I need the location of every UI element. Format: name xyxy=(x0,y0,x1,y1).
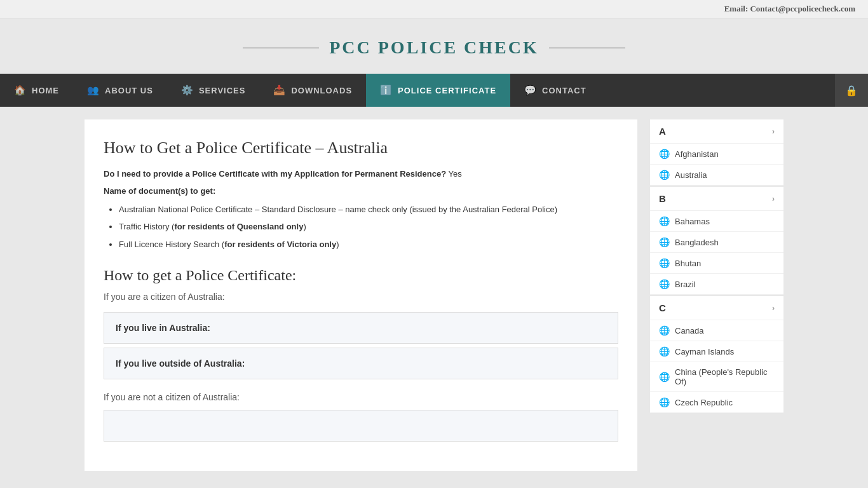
blog-button[interactable]: 🔒 xyxy=(835,74,868,107)
main-content: How to Get a Police Certificate – Austra… xyxy=(85,119,637,471)
sidebar-letter-c[interactable]: C › xyxy=(650,296,783,320)
sidebar-country-canada[interactable]: 🌐 Canada xyxy=(650,320,783,341)
nav-downloads-label: DOWNLOADS xyxy=(291,86,352,95)
country-bhutan: Bhutan xyxy=(675,259,701,268)
chevron-icon-a: › xyxy=(772,127,775,136)
citizen-subtitle: If you are a citizen of Australia: xyxy=(104,292,618,302)
nav-home[interactable]: 🏠 HOME xyxy=(0,74,73,107)
accordion-not-citizen[interactable] xyxy=(104,410,618,442)
list-item: Full Licence History Search (for residen… xyxy=(119,237,618,252)
nav-police-certificate[interactable]: ℹ️ POLICE CERTIFICATE xyxy=(366,74,510,107)
sidebar-letter-a[interactable]: A › xyxy=(650,119,783,144)
nav-contact-label: CONTACT xyxy=(542,86,587,95)
sidebar-country-australia[interactable]: 🌐 Australia xyxy=(650,165,783,186)
letter-a: A xyxy=(659,126,666,137)
country-czech: Czech Republic xyxy=(675,398,733,407)
country-canada: Canada xyxy=(675,326,704,336)
intro-question-para: Do I need to provide a Police Certificat… xyxy=(104,169,618,179)
how-to-title: How to get a Police Certificate: xyxy=(104,267,618,284)
globe-icon-bhutan: 🌐 xyxy=(659,258,670,268)
sidebar-country-cayman[interactable]: 🌐 Cayman Islands xyxy=(650,341,783,362)
header-line-left xyxy=(243,48,319,48)
site-title: PCC POLICE CHECK xyxy=(329,37,539,58)
intro-answer: Yes xyxy=(449,169,462,179)
name-of-doc-label: Name of document(s) to get: xyxy=(104,186,618,196)
nav-downloads[interactable]: 📥 DOWNLOADS xyxy=(259,74,366,107)
sidebar-country-afghanistan[interactable]: 🌐 Afghanistan xyxy=(650,144,783,165)
globe-icon-cayman: 🌐 xyxy=(659,346,670,356)
letter-c: C xyxy=(659,302,666,313)
country-afghanistan: Afghanistan xyxy=(675,149,719,159)
email-label: Email: xyxy=(724,4,749,13)
sidebar-country-czech[interactable]: 🌐 Czech Republic xyxy=(650,392,783,413)
accordion-live-in[interactable]: If you live in Australia: xyxy=(104,312,618,344)
page-title: How to Get a Police Certificate – Austra… xyxy=(104,139,618,158)
country-bangladesh: Bangladesh xyxy=(675,238,719,247)
chevron-icon-c: › xyxy=(772,304,775,313)
globe-icon-bahamas: 🌐 xyxy=(659,216,670,226)
nav-about[interactable]: 👥 ABOUT US xyxy=(73,74,167,107)
sidebar-country-bahamas[interactable]: 🌐 Bahamas xyxy=(650,211,783,232)
nav-services[interactable]: ⚙️ SERVICES xyxy=(167,74,260,107)
email-value: Contact@pccpolicecheck.com xyxy=(750,4,855,13)
main-wrap: How to Get a Police Certificate – Austra… xyxy=(0,107,868,484)
globe-icon-czech: 🌐 xyxy=(659,397,670,407)
services-icon: ⚙️ xyxy=(181,85,194,96)
list-item: Australian National Police Certificate –… xyxy=(119,202,618,217)
nav-police-cert-label: POLICE CERTIFICATE xyxy=(398,86,496,95)
header: PCC POLICE CHECK xyxy=(0,18,868,74)
accordion-live-outside-header: If you live outside of Australia: xyxy=(104,348,618,379)
globe-icon-bangladesh: 🌐 xyxy=(659,237,670,247)
doc-list: Australian National Police Certificate –… xyxy=(119,202,618,252)
downloads-icon: 📥 xyxy=(273,85,286,96)
country-bahamas: Bahamas xyxy=(675,217,710,226)
sidebar-country-bhutan[interactable]: 🌐 Bhutan xyxy=(650,253,783,274)
nav-services-label: SERVICES xyxy=(199,86,246,95)
not-citizen-subtitle: If you are not a citizen of Australia: xyxy=(104,392,618,402)
about-icon: 👥 xyxy=(87,85,100,96)
country-china: China (People's Republic Of) xyxy=(675,367,775,386)
globe-icon-brazil: 🌐 xyxy=(659,279,670,289)
nav-about-label: ABOUT US xyxy=(105,86,153,95)
navbar: 🏠 HOME 👥 ABOUT US ⚙️ SERVICES 📥 DOWNLOAD… xyxy=(0,74,868,107)
country-australia: Australia xyxy=(675,170,707,180)
home-icon: 🏠 xyxy=(14,85,27,96)
sidebar: A › 🌐 Afghanistan 🌐 Australia B › xyxy=(650,119,783,471)
intro-question: Do I need to provide a Police Certificat… xyxy=(104,169,446,179)
globe-icon-china: 🌐 xyxy=(659,372,670,382)
list-item: Traffic History (for residents of Queens… xyxy=(119,219,618,234)
contact-icon: 💬 xyxy=(524,85,537,96)
sidebar-country-bangladesh[interactable]: 🌐 Bangladesh xyxy=(650,232,783,253)
globe-icon-canada: 🌐 xyxy=(659,325,670,336)
sidebar-country-china[interactable]: 🌐 China (People's Republic Of) xyxy=(650,362,783,392)
sidebar-section-c: C › 🌐 Canada 🌐 Cayman Islands 🌐 China (P… xyxy=(650,296,783,413)
globe-icon-australia: 🌐 xyxy=(659,170,670,180)
nav-home-label: HOME xyxy=(32,86,59,95)
nav-contact[interactable]: 💬 CONTACT xyxy=(510,74,600,107)
sidebar-section-a: A › 🌐 Afghanistan 🌐 Australia xyxy=(650,119,783,186)
country-cayman: Cayman Islands xyxy=(675,347,734,356)
sidebar-letter-b[interactable]: B › xyxy=(650,187,783,211)
blog-icon: 🔒 xyxy=(845,85,858,97)
accordion-not-citizen-header xyxy=(104,410,618,441)
police-cert-icon: ℹ️ xyxy=(380,85,393,96)
sidebar-section-b: B › 🌐 Bahamas 🌐 Bangladesh 🌐 Bhutan 🌐 xyxy=(650,187,783,295)
header-line-right xyxy=(549,48,625,48)
country-brazil: Brazil xyxy=(675,280,696,289)
accordion-live-in-header: If you live in Australia: xyxy=(104,313,618,343)
globe-icon-afghanistan: 🌐 xyxy=(659,149,670,159)
accordion-live-outside[interactable]: If you live outside of Australia: xyxy=(104,348,618,379)
sidebar-country-brazil[interactable]: 🌐 Brazil xyxy=(650,274,783,295)
chevron-icon-b: › xyxy=(772,194,775,203)
top-bar: Email: Contact@pccpolicecheck.com xyxy=(0,0,868,18)
letter-b: B xyxy=(659,193,666,204)
